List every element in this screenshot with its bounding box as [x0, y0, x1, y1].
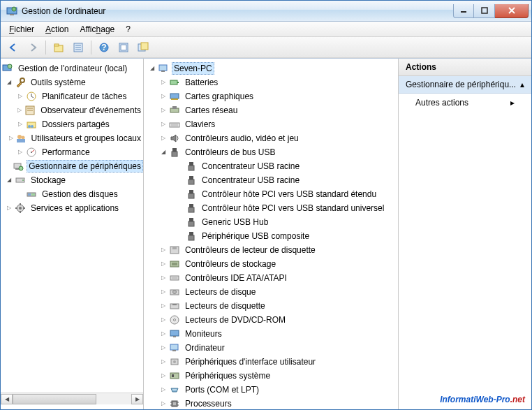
expander-icon[interactable] [159, 78, 168, 87]
device-monitors[interactable]: Moniteurs [144, 327, 398, 341]
tree-shared-folders[interactable]: Dossiers partagés [1, 117, 143, 131]
expander-icon[interactable] [159, 302, 168, 310]
maximize-button[interactable] [474, 4, 495, 18]
expander-icon[interactable] [9, 134, 13, 142]
expander-icon[interactable] [159, 358, 168, 366]
tree-task-scheduler[interactable]: Planificateur de tâches [1, 89, 143, 103]
expander-icon[interactable] [159, 148, 168, 156]
tree-root[interactable]: Gestion de l'ordinateur (local) [1, 61, 143, 75]
refresh-button[interactable] [115, 39, 132, 56]
device-usb-pci-ext[interactable]: Contrôleur hôte PCI vers USB standard ét… [144, 187, 398, 201]
menu-view[interactable]: Affichage [74, 23, 120, 36]
device-keyboards[interactable]: Claviers [144, 117, 398, 131]
tree-disk-mgmt[interactable]: Gestion des disques [1, 187, 143, 201]
help-button[interactable]: ? [96, 39, 112, 56]
menu-help[interactable]: ? [120, 23, 136, 36]
show-hide-button[interactable] [135, 39, 152, 56]
up-button[interactable] [50, 39, 67, 56]
expander-icon[interactable] [5, 204, 13, 212]
device-usb-root-hub[interactable]: Concentrateur USB racine [144, 159, 398, 173]
device-floppy-ctrl[interactable]: Contrôleurs de lecteur de disquette [144, 243, 398, 257]
svg-rect-85 [170, 373, 179, 379]
console-tree-pane[interactable]: Gestion de l'ordinateur (local) Outils s… [1, 59, 144, 409]
tree-services-apps[interactable]: Services et applications [1, 201, 143, 215]
expander-icon[interactable] [16, 120, 24, 129]
device-ports[interactable]: Ports (COM et LPT) [144, 383, 398, 397]
expander-icon[interactable] [16, 92, 24, 101]
titlebar[interactable]: Gestion de l'ordinateur [1, 1, 531, 22]
expander-icon[interactable] [159, 246, 168, 254]
floppy-ctrl-icon [169, 244, 180, 256]
expander-icon[interactable] [15, 106, 23, 115]
battery-icon [169, 77, 180, 88]
expander-icon[interactable] [159, 386, 168, 394]
device-computer[interactable]: Ordinateur [144, 341, 398, 355]
device-network-adapters[interactable]: Cartes réseau [144, 103, 398, 117]
expander-icon[interactable] [159, 134, 168, 142]
tree-storage[interactable]: Stockage [1, 173, 143, 187]
expander-icon[interactable] [5, 78, 13, 87]
menu-action[interactable]: Action [40, 23, 74, 36]
expander-icon[interactable] [159, 120, 168, 129]
expander-icon[interactable] [159, 372, 168, 380]
monitor-icon [169, 328, 180, 339]
services-icon [15, 203, 26, 214]
device-tree-pane[interactable]: Seven-PC Batteries Cartes graphiques Car… [144, 59, 399, 409]
tree-system-tools[interactable]: Outils système [1, 75, 143, 89]
device-processors[interactable]: Processeurs [144, 397, 398, 409]
device-usb-composite[interactable]: Périphérique USB composite [144, 229, 398, 243]
expander-icon[interactable] [159, 92, 168, 101]
device-disk-drives[interactable]: Lecteurs de disque [144, 285, 398, 299]
svg-rect-3 [461, 11, 466, 13]
device-storage-ctrl[interactable]: Contrôleurs de stockage [144, 257, 398, 271]
device-dvd-cd[interactable]: Lecteurs de DVD/CD-ROM [144, 313, 398, 327]
tree-event-viewer[interactable]: Observateur d'événements [1, 103, 143, 117]
device-usb-root-hub[interactable]: Concentrateur USB racine [144, 173, 398, 187]
display-adapter-icon [169, 91, 180, 102]
device-usb-controllers[interactable]: Contrôleurs de bus USB [144, 145, 398, 159]
device-usb-pci-uni[interactable]: Contrôleur hôte PCI vers USB standard un… [144, 201, 398, 215]
expander-icon[interactable] [159, 344, 168, 352]
computer-icon [169, 342, 180, 353]
expander-icon[interactable] [159, 400, 168, 408]
expander-icon[interactable] [159, 106, 168, 115]
expander-icon[interactable] [148, 64, 156, 73]
scroll-thumb[interactable] [13, 394, 96, 404]
device-ide-atapi[interactable]: Contrôleurs IDE ATA/ATAPI [144, 271, 398, 285]
tree-performance[interactable]: Performance [1, 145, 143, 159]
device-system-devices[interactable]: Périphériques système [144, 369, 398, 383]
collapse-icon[interactable]: ▴ [520, 80, 524, 89]
actions-other[interactable]: Autres actions ▸ [399, 94, 531, 112]
forward-button[interactable] [24, 39, 41, 56]
expander-icon[interactable] [5, 176, 13, 184]
properties-button[interactable] [70, 39, 87, 56]
port-icon [169, 384, 180, 395]
device-hid[interactable]: Périphériques d'interface utilisateur [144, 355, 398, 369]
device-display-adapters[interactable]: Cartes graphiques [144, 89, 398, 103]
expander-icon[interactable] [159, 288, 168, 296]
back-button[interactable] [5, 39, 22, 56]
usb-icon [186, 217, 197, 228]
scroll-right-button[interactable]: ▶ [131, 394, 143, 404]
horizontal-scrollbar[interactable]: ◀ ▶ [1, 393, 143, 404]
svg-rect-59 [189, 190, 193, 193]
device-sound[interactable]: Contrôleurs audio, vidéo et jeu [144, 131, 398, 145]
expander-icon[interactable] [16, 148, 24, 156]
expander-icon[interactable] [159, 330, 168, 338]
expander-icon[interactable] [159, 260, 168, 268]
expander-icon[interactable] [159, 274, 168, 282]
menu-file[interactable]: Fichier [3, 23, 40, 36]
svg-rect-60 [189, 193, 194, 198]
minimize-button[interactable] [453, 4, 474, 18]
svg-rect-66 [189, 235, 194, 240]
device-floppy-drives[interactable]: Lecteurs de disquette [144, 299, 398, 313]
tree-users-groups[interactable]: Utilisateurs et groupes locaux [1, 131, 143, 145]
actions-context[interactable]: Gestionnaire de périphériqu... ▴ [399, 76, 531, 94]
device-root[interactable]: Seven-PC [144, 61, 398, 75]
close-button[interactable] [495, 4, 529, 18]
tree-device-manager[interactable]: Gestionnaire de périphériques [1, 159, 143, 173]
expander-icon[interactable] [159, 316, 168, 324]
scroll-left-button[interactable]: ◀ [1, 394, 13, 404]
device-batteries[interactable]: Batteries [144, 75, 398, 89]
device-usb-generic[interactable]: Generic USB Hub [144, 215, 398, 229]
